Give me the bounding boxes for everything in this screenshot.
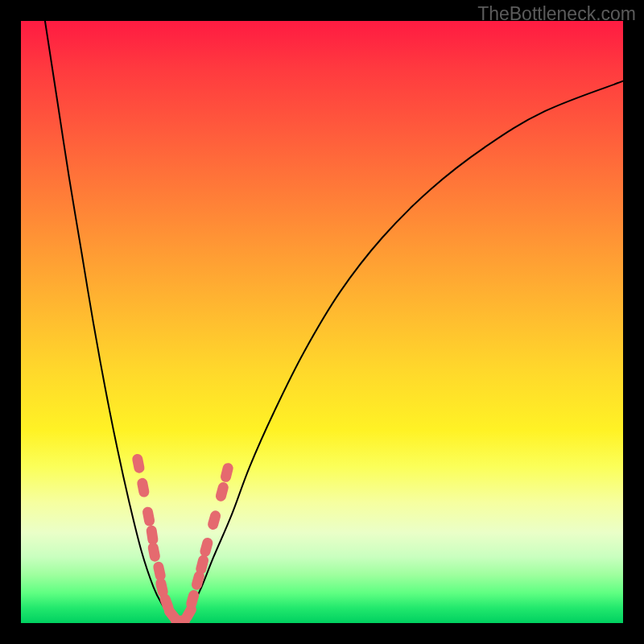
- curve-left-branch: [45, 21, 178, 623]
- curve-right-branch: [177, 81, 623, 623]
- highlight-marker: [214, 481, 229, 503]
- highlight-marker: [199, 536, 214, 558]
- highlight-marker: [147, 542, 161, 563]
- highlight-marker: [131, 453, 145, 474]
- highlight-marker: [146, 525, 159, 546]
- highlight-marker: [220, 462, 234, 483]
- watermark-text: TheBottleneck.com: [477, 3, 636, 25]
- chart-frame: TheBottleneck.com: [0, 0, 644, 644]
- marker-layer: [131, 453, 234, 623]
- curve-layer: [45, 21, 623, 623]
- highlight-marker: [136, 477, 150, 498]
- highlight-marker: [207, 510, 222, 531]
- chart-svg-layer: [21, 21, 623, 623]
- highlight-marker: [142, 506, 155, 527]
- chart-plot-area: [21, 21, 623, 623]
